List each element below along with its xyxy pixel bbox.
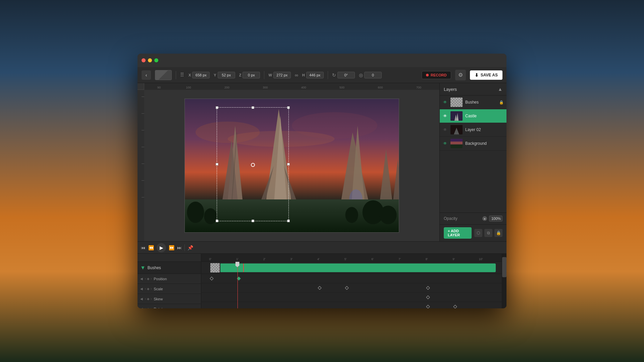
w-input[interactable]: 272 px bbox=[273, 72, 291, 78]
close-button[interactable] bbox=[142, 58, 146, 62]
track-row-position[interactable]: ◀ ‹ ◆ › Position bbox=[138, 274, 201, 284]
track-nav-icons-skew: ‹ ◆ › bbox=[145, 297, 152, 301]
maximize-button[interactable] bbox=[154, 58, 158, 62]
save-icon: ⬇ bbox=[475, 72, 479, 78]
pin-icon[interactable]: 📌 bbox=[187, 245, 193, 250]
layer-visibility-castle[interactable]: 👁 bbox=[442, 113, 448, 119]
minimize-button[interactable] bbox=[148, 58, 152, 62]
main-track-bushes[interactable] bbox=[201, 262, 502, 274]
record-dot-icon bbox=[426, 74, 429, 76]
skew-group: ◎ 0 bbox=[359, 72, 382, 78]
export-layer-button[interactable]: ⬡ bbox=[474, 229, 482, 237]
play-button[interactable]: ▶ bbox=[157, 243, 166, 252]
track-expand-icon-skew[interactable]: ◀ bbox=[140, 297, 143, 301]
keyframe-position-0[interactable] bbox=[210, 277, 213, 280]
track-clip-green[interactable] bbox=[220, 263, 496, 272]
sub-track-scale bbox=[201, 283, 502, 293]
back-button[interactable]: ‹ bbox=[142, 70, 151, 80]
h-coord-group: H 446 px bbox=[302, 72, 324, 78]
layer-item-castle[interactable]: 👁 Castle bbox=[440, 109, 506, 123]
skew-input[interactable]: 0 bbox=[364, 72, 382, 78]
layers-list: 👁 Bushes 🔒 👁 Castle bbox=[440, 96, 506, 213]
layer-visibility-background[interactable]: 👁 bbox=[442, 141, 448, 146]
track-name-scale: Scale bbox=[154, 287, 163, 291]
castle-svg bbox=[185, 99, 399, 232]
timeline-tracks[interactable]: 0' 1' 2' 3' 4' 5' 6' 7' 8' 9' 10' bbox=[201, 254, 502, 308]
layer-visibility-layer02[interactable]: 👁 bbox=[442, 127, 448, 132]
layer-thumb-layer02 bbox=[450, 125, 463, 134]
z-input[interactable]: 0 px bbox=[243, 72, 260, 78]
lock-layer-button[interactable]: 🔒 bbox=[494, 229, 502, 237]
skip-to-start-button[interactable]: ⏮ bbox=[141, 245, 146, 250]
canvas-scene[interactable] bbox=[184, 99, 399, 233]
toolbar-separator bbox=[176, 71, 176, 79]
layer-visibility-bushes[interactable]: 👁 bbox=[442, 100, 448, 105]
ruler-tick bbox=[142, 180, 144, 181]
layer-item-bushes[interactable]: 👁 Bushes 🔒 bbox=[440, 96, 506, 109]
layer-thumb-background bbox=[450, 139, 463, 148]
keyframe-scale-1[interactable] bbox=[345, 286, 348, 290]
layer-lock-bushes[interactable]: 🔒 bbox=[499, 100, 504, 105]
scrollbar-thumb[interactable] bbox=[502, 257, 506, 277]
horizontal-ruler: 90 100 200 300 400 500 600 700 bbox=[144, 83, 439, 90]
control-separator bbox=[184, 244, 185, 251]
ruler-mark-200: 200 bbox=[224, 86, 229, 89]
layer-item-layer02[interactable]: 👁 Layer 02 bbox=[440, 123, 506, 137]
ruler-mark-90: 90 bbox=[157, 86, 161, 89]
settings-button[interactable]: ⚙ bbox=[455, 70, 466, 80]
track-name-rotate: Rotate bbox=[154, 307, 164, 309]
time-mark-5: 5' bbox=[344, 257, 347, 261]
h-label: H bbox=[302, 73, 305, 77]
ruler-mark-500: 500 bbox=[339, 86, 344, 89]
track-row-skew[interactable]: ◀ ‹ ◆ › Skew bbox=[138, 294, 201, 304]
record-button[interactable]: RECORD bbox=[422, 71, 451, 79]
timeline-scrollbar[interactable] bbox=[502, 254, 506, 308]
opacity-dot-icon[interactable]: ● bbox=[482, 216, 487, 221]
back-icon: ‹ bbox=[146, 72, 147, 78]
track-row-rotate[interactable]: ◀ ‹ ◆ › Rotate bbox=[138, 304, 201, 308]
track-row-scale[interactable]: ◀ ‹ ◆ › Scale bbox=[138, 284, 201, 294]
w-coord-group: W 272 px bbox=[268, 72, 290, 78]
keyframe-rotate-1[interactable] bbox=[453, 305, 457, 308]
skip-to-end-button[interactable]: ⏭ bbox=[177, 245, 182, 250]
app-window: ‹ ⠿ X 658 px Y 52 px Z 0 px W 272 px ∞ H… bbox=[138, 54, 506, 308]
toolbar-separator-3 bbox=[328, 71, 328, 79]
collapse-icon[interactable]: ▲ bbox=[498, 86, 502, 92]
keyframe-scale-0[interactable] bbox=[318, 286, 322, 290]
duplicate-layer-button[interactable]: ⧉ bbox=[484, 229, 492, 237]
step-back-button[interactable]: ⏪ bbox=[148, 245, 154, 250]
canvas-content[interactable] bbox=[144, 90, 439, 241]
link-dimensions-icon[interactable]: ∞ bbox=[295, 72, 298, 78]
opacity-value[interactable]: 100% bbox=[489, 216, 502, 222]
layer-name-castle: Castle bbox=[465, 114, 504, 118]
step-forward-button[interactable]: ⏩ bbox=[169, 245, 174, 250]
rotate-input[interactable]: 0° bbox=[337, 72, 355, 78]
save-button[interactable]: ⬇ SAVE AS bbox=[470, 70, 502, 80]
sub-track-skew bbox=[201, 293, 502, 302]
ruler-tick bbox=[142, 147, 144, 147]
y-label: Y bbox=[214, 73, 216, 77]
left-sidebar bbox=[138, 83, 144, 241]
keyframe-skew-0[interactable] bbox=[426, 295, 430, 299]
keyframe-rotate-0[interactable] bbox=[426, 305, 430, 308]
layer-thumb-bushes bbox=[450, 98, 463, 107]
track-add-icon[interactable]: ▼ bbox=[140, 265, 146, 271]
add-layer-button[interactable]: + ADD LAYER bbox=[444, 227, 472, 239]
timeline-body: ▼ Bushes ◀ ‹ ◆ › Position ◀ ‹ ◆ › Scale … bbox=[138, 254, 506, 308]
track-expand-icon[interactable]: ◀ bbox=[140, 277, 143, 281]
playhead[interactable] bbox=[237, 262, 238, 308]
layer-item-background[interactable]: 👁 Background bbox=[440, 137, 506, 150]
timeline-track-area bbox=[201, 262, 502, 308]
x-input[interactable]: 658 px bbox=[192, 72, 210, 78]
transform-mode-icon[interactable]: ⠿ bbox=[180, 72, 184, 78]
h-input[interactable]: 446 px bbox=[306, 72, 324, 78]
toolbar-separator-2 bbox=[264, 71, 264, 79]
keyframe-scale-2[interactable] bbox=[426, 286, 430, 290]
castle-thumb-svg bbox=[450, 111, 463, 121]
track-expand-icon-rotate[interactable]: ◀ bbox=[140, 307, 143, 308]
svg-point-21 bbox=[345, 207, 358, 223]
track-expand-icon-scale[interactable]: ◀ bbox=[140, 287, 143, 291]
ruler-tick bbox=[142, 130, 144, 130]
y-input[interactable]: 52 px bbox=[218, 72, 235, 78]
track-label-bushes[interactable]: ▼ Bushes bbox=[138, 262, 201, 274]
